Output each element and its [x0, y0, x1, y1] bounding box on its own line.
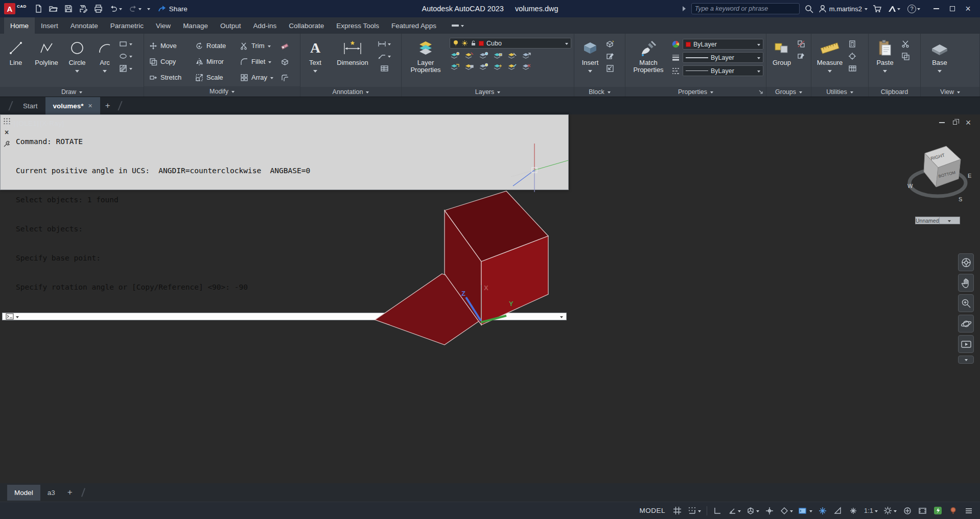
line-button[interactable]: Line: [3, 36, 29, 86]
account-menu[interactable]: m.martins2: [819, 5, 868, 13]
mirror-button[interactable]: Mirror: [193, 58, 238, 66]
panel-label-groups[interactable]: Groups: [766, 87, 811, 97]
maximize-button[interactable]: [944, 0, 960, 17]
cart-icon[interactable]: [873, 5, 882, 13]
share-button[interactable]: Share: [158, 5, 188, 13]
panel-label-annotation[interactable]: Annotation: [300, 87, 401, 97]
ungroup-button[interactable]: [797, 40, 806, 48]
scale-button[interactable]: Scale: [193, 74, 238, 82]
ribbon-tab-view[interactable]: View: [150, 17, 177, 34]
insert-dropdown-icon[interactable]: [588, 70, 592, 75]
panel-label-draw[interactable]: Draw: [0, 87, 144, 97]
copy-button[interactable]: Copy: [147, 58, 193, 66]
base-dropdown-icon[interactable]: [938, 70, 942, 75]
measure-button[interactable]: Measure: [814, 36, 846, 86]
new-file-button[interactable]: [33, 4, 43, 14]
insert-button[interactable]: Insert: [577, 36, 603, 86]
qat-customize-icon[interactable]: [147, 8, 150, 12]
layout-tab-a3[interactable]: a3: [40, 485, 62, 501]
fillet-button[interactable]: Fillet: [238, 58, 281, 66]
open-file-button[interactable]: [48, 4, 59, 14]
model-space-indicator[interactable]: MODEL: [639, 507, 665, 514]
layer-freeze-tool[interactable]: [478, 52, 488, 60]
customization-menu-button[interactable]: [962, 504, 975, 517]
viewcube-view-name-badge[interactable]: Unnamed: [915, 217, 960, 224]
polyline-button[interactable]: Polyline: [32, 36, 61, 86]
layer-thaw-all-tool[interactable]: [493, 63, 503, 71]
arc-dropdown-icon[interactable]: [103, 70, 107, 75]
panel-label-layers[interactable]: Layers: [402, 87, 574, 97]
linear-dimension-button[interactable]: [378, 40, 391, 48]
move-button[interactable]: Move: [147, 42, 193, 50]
offset-button[interactable]: [281, 74, 295, 82]
panel-label-view[interactable]: View: [921, 87, 979, 97]
dimension-button[interactable]: Dimension: [330, 36, 375, 86]
drawing-area[interactable]: [−] [OLE1] [X-Ray] X Z Y: [0, 114, 980, 483]
properties-dialog-launcher[interactable]: [758, 89, 763, 95]
match-properties-button[interactable]: Match Properties: [628, 36, 669, 86]
annotation-monitor-toggle[interactable]: [901, 504, 914, 517]
layer-prev-tool[interactable]: [521, 52, 531, 60]
layer-properties-button[interactable]: Layer Properties: [404, 36, 447, 86]
snap-toggle[interactable]: [686, 504, 703, 517]
new-drawing-tab-button[interactable]: [100, 97, 115, 114]
ribbon-tab-addins[interactable]: Add-ins: [247, 17, 283, 34]
panel-label-block[interactable]: Block: [574, 87, 625, 97]
object-snap-tracking-toggle[interactable]: [763, 504, 776, 517]
copy-clip-button[interactable]: [901, 52, 910, 60]
layer-isolate-tool[interactable]: [464, 52, 474, 60]
ribbon-display-toggle[interactable]: [448, 17, 468, 34]
table-button[interactable]: [380, 64, 389, 73]
pan-button[interactable]: [958, 274, 974, 292]
ribbon-tab-annotate[interactable]: Annotate: [64, 17, 104, 34]
layer-delete-tool[interactable]: [521, 63, 531, 71]
viewcube-view-dropdown-icon[interactable]: [939, 217, 960, 224]
orbit-button[interactable]: [958, 315, 974, 333]
minimize-button[interactable]: [928, 0, 944, 17]
ellipse-button[interactable]: [119, 52, 132, 60]
array-button[interactable]: Array: [238, 74, 281, 82]
layer-state-tool[interactable]: [450, 63, 460, 71]
ribbon-tab-output[interactable]: Output: [214, 17, 247, 34]
annotation-visibility-toggle[interactable]: [832, 504, 845, 517]
layer-select-combo[interactable]: Cubo: [450, 38, 571, 49]
rotate-button[interactable]: Rotate: [193, 42, 238, 50]
viewcube[interactable]: RIGHT BOTTOM W S E: [907, 146, 971, 202]
save-button[interactable]: [63, 4, 74, 14]
isodraft-toggle[interactable]: [745, 504, 761, 517]
file-tab-start[interactable]: Start: [15, 97, 45, 114]
circle-button[interactable]: Circle: [64, 36, 90, 86]
erase-button[interactable]: [281, 42, 295, 50]
autodesk-apps-button[interactable]: [887, 5, 901, 13]
new-layout-button[interactable]: [62, 487, 78, 498]
viewcube-south[interactable]: S: [959, 196, 962, 202]
layer-unlock-icon[interactable]: [471, 40, 476, 46]
ribbon-tab-collaborate[interactable]: Collaborate: [283, 17, 330, 34]
leader-button[interactable]: [378, 52, 391, 60]
undo-dropdown-icon[interactable]: [119, 8, 122, 12]
undo-button[interactable]: [108, 4, 123, 13]
clean-screen-toggle[interactable]: [916, 504, 929, 517]
search-box[interactable]: [691, 3, 800, 14]
layer-unlock-tool[interactable]: [464, 63, 474, 71]
lineweight-combo[interactable]: ByLayer: [683, 52, 763, 63]
ribbon-tab-manage[interactable]: Manage: [177, 17, 214, 34]
layer-match-tool[interactable]: [507, 52, 517, 60]
model-tab[interactable]: Model: [7, 485, 40, 501]
showmotion-button[interactable]: [958, 335, 974, 353]
write-block-button[interactable]: [606, 52, 615, 60]
trim-button[interactable]: Trim: [238, 42, 281, 50]
object-snap-toggle[interactable]: [779, 504, 795, 517]
group-edit-button[interactable]: [797, 52, 806, 60]
base-button[interactable]: Base: [923, 36, 956, 86]
autocad-logo[interactable]: A CAD: [4, 3, 27, 14]
layer-on-icon[interactable]: [453, 40, 459, 46]
dynamic-input-toggle[interactable]: [797, 504, 814, 517]
layer-combo-dropdown-icon[interactable]: [565, 43, 568, 46]
layer-off-tool[interactable]: [450, 52, 460, 60]
ortho-toggle[interactable]: [711, 504, 724, 517]
text-button[interactable]: A Text: [303, 36, 328, 86]
model-space-scene[interactable]: X Z Y RIGHT BOTTOM W: [0, 114, 980, 483]
ribbon-tab-express-tools[interactable]: Express Tools: [330, 17, 385, 34]
navbar-more-icon[interactable]: [958, 356, 974, 364]
